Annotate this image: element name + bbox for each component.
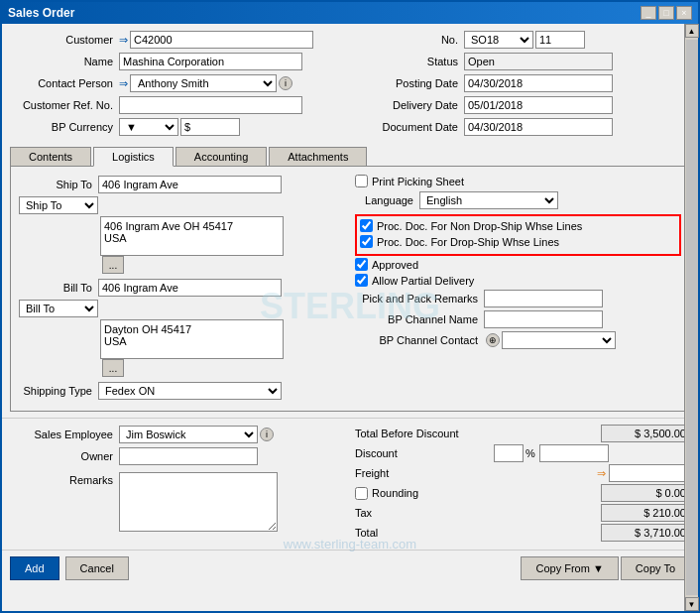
- currency-dropdown[interactable]: ▼: [119, 118, 178, 136]
- header-section: Customer ⇒ Name Contact Person ⇒ Anthony…: [10, 30, 690, 139]
- delivery-date-row: Delivery Date: [355, 95, 690, 115]
- scroll-up-button[interactable]: ▲: [685, 24, 699, 38]
- sales-employee-dropdown[interactable]: Jim Boswick: [119, 426, 258, 443]
- remarks-textarea[interactable]: [119, 472, 278, 532]
- bill-to-row: Bill To: [19, 278, 345, 298]
- cancel-button[interactable]: Cancel: [65, 556, 129, 580]
- rounding-value: $ 0.00: [601, 484, 690, 502]
- language-dropdown[interactable]: English: [419, 191, 558, 209]
- rounding-checkbox[interactable]: [355, 487, 368, 500]
- ship-to-address-box: 406 Ingram Ave OH 45417 USA ...: [100, 216, 345, 274]
- print-picking-checkbox[interactable]: [355, 175, 368, 187]
- posting-date-row: Posting Date: [355, 73, 690, 93]
- bill-to-ellipsis-button[interactable]: ...: [102, 359, 124, 377]
- copy-to-button[interactable]: Copy To: [621, 556, 690, 580]
- approved-row: Approved: [355, 258, 681, 271]
- bill-to-label: Bill To: [19, 282, 98, 294]
- name-input[interactable]: [119, 53, 302, 70]
- sales-employee-info-icon[interactable]: i: [260, 428, 274, 441]
- scrollbar[interactable]: ▲ ▼: [684, 24, 698, 611]
- sales-order-window: Sales Order _ □ × Customer ⇒ Name: [0, 0, 700, 613]
- footer-left: Sales Employee Jim Boswick i Owner Remar…: [10, 425, 345, 544]
- contact-dropdown[interactable]: Anthony Smith: [130, 74, 277, 92]
- posting-date-label: Posting Date: [355, 77, 464, 89]
- sales-employee-label: Sales Employee: [10, 429, 119, 440]
- freight-label: Freight: [355, 467, 389, 479]
- close-button[interactable]: ×: [676, 6, 692, 20]
- remarks-row: Remarks: [10, 472, 345, 532]
- no-row: No. SO18: [355, 30, 690, 50]
- proc-drop-checkbox[interactable]: [360, 235, 373, 248]
- logistics-tab-content: Ship To Ship To 406 Ingram Ave OH 45417 …: [10, 167, 690, 412]
- proc-non-drop-label: Proc. Doc. For Non Drop-Ship Whse Lines: [377, 220, 582, 232]
- no-dropdown[interactable]: SO18: [464, 31, 533, 49]
- allow-partial-label: Allow Partial Delivery: [372, 275, 474, 287]
- discount-pct-input[interactable]: [494, 444, 524, 462]
- total-row: Total $ 3,710.00: [355, 524, 690, 542]
- ship-to-ellipsis-button[interactable]: ...: [102, 256, 124, 274]
- delivery-date-input[interactable]: [464, 96, 613, 114]
- ship-to-dropdown[interactable]: Ship To: [19, 196, 98, 214]
- owner-input[interactable]: [119, 447, 258, 465]
- ship-to-dropdown-row: Ship To: [19, 196, 345, 214]
- proc-drop-row: Proc. Doc. For Drop-Ship Whse Lines: [360, 235, 676, 248]
- document-date-row: Document Date: [355, 117, 690, 137]
- tab-logistics[interactable]: Logistics: [93, 147, 174, 167]
- scroll-down-button[interactable]: ▼: [685, 597, 699, 611]
- pick-pack-input[interactable]: [484, 290, 603, 307]
- add-button[interactable]: Add: [10, 556, 59, 580]
- copy-from-button[interactable]: Copy From ▼: [521, 556, 618, 580]
- tax-value: $ 210.00: [601, 504, 690, 522]
- rounding-with-checkbox: Rounding: [355, 487, 418, 500]
- print-picking-row: Print Picking Sheet: [355, 175, 681, 187]
- proc-non-drop-row: Proc. Doc. For Non Drop-Ship Whse Lines: [360, 219, 676, 232]
- copy-from-arrow-icon: ▼: [593, 562, 604, 574]
- contact-arrow-icon: ⇒: [119, 77, 128, 90]
- ref-input[interactable]: [119, 96, 302, 114]
- bp-contact-dropdown[interactable]: [502, 331, 616, 349]
- tab-attachments[interactable]: Attachments: [269, 147, 367, 166]
- minimize-button[interactable]: _: [641, 6, 656, 20]
- tab-accounting[interactable]: Accounting: [175, 147, 267, 166]
- rounding-row: Rounding $ 0.00: [355, 484, 690, 502]
- customer-input[interactable]: [130, 31, 313, 49]
- ship-to-row: Ship To: [19, 175, 345, 194]
- contact-info-icon[interactable]: i: [279, 76, 292, 90]
- total-value: $ 3,710.00: [601, 524, 690, 542]
- rounding-label: Rounding: [372, 487, 418, 499]
- discount-row: Discount %: [355, 444, 690, 462]
- name-row: Name: [10, 52, 345, 71]
- ship-to-multiline: 406 Ingram Ave OH 45417 USA: [100, 216, 284, 256]
- bp-contact-info-icon[interactable]: ⊕: [486, 333, 500, 347]
- currency-input[interactable]: [180, 118, 240, 136]
- footer-section: Sales Employee Jim Boswick i Owner Remar…: [2, 418, 698, 550]
- allow-partial-checkbox[interactable]: [355, 274, 368, 287]
- tax-label: Tax: [355, 507, 372, 519]
- status-row: Status: [355, 52, 690, 71]
- ship-to-address2: 406 Ingram Ave OH 45417: [104, 220, 280, 232]
- freight-row: Freight ⇒: [355, 464, 690, 482]
- scroll-track[interactable]: [686, 40, 698, 595]
- posting-date-input[interactable]: [464, 74, 613, 92]
- totals-section: Total Before Discount $ 3,500.00 Discoun…: [355, 425, 690, 544]
- tab-contents[interactable]: Contents: [10, 147, 91, 166]
- ref-row: Customer Ref. No.: [10, 95, 345, 115]
- before-discount-value: $ 3,500.00: [601, 425, 690, 442]
- bp-channel-input[interactable]: [484, 310, 603, 328]
- proc-non-drop-checkbox[interactable]: [360, 219, 373, 232]
- approved-checkbox[interactable]: [355, 258, 368, 271]
- form-body: Customer ⇒ Name Contact Person ⇒ Anthony…: [2, 24, 698, 418]
- bottom-button-bar: Add Cancel Copy From ▼ Copy To: [2, 550, 698, 586]
- proc-doc-section: Proc. Doc. For Non Drop-Ship Whse Lines …: [355, 214, 681, 256]
- document-date-input[interactable]: [464, 118, 613, 136]
- header-right: No. SO18 Status Posting Date Delivery Da…: [355, 30, 690, 139]
- ship-to-address-line1-input[interactable]: [98, 176, 282, 193]
- status-label: Status: [355, 56, 464, 67]
- shipping-type-dropdown[interactable]: Fedex ON: [98, 382, 282, 400]
- no-suffix-input[interactable]: [535, 31, 585, 49]
- bill-to-address-line1-input[interactable]: [98, 279, 282, 297]
- discount-label: Discount: [355, 447, 494, 459]
- window-controls: _ □ ×: [641, 6, 692, 20]
- bill-to-dropdown[interactable]: Bill To: [19, 300, 98, 317]
- maximize-button[interactable]: □: [658, 6, 674, 20]
